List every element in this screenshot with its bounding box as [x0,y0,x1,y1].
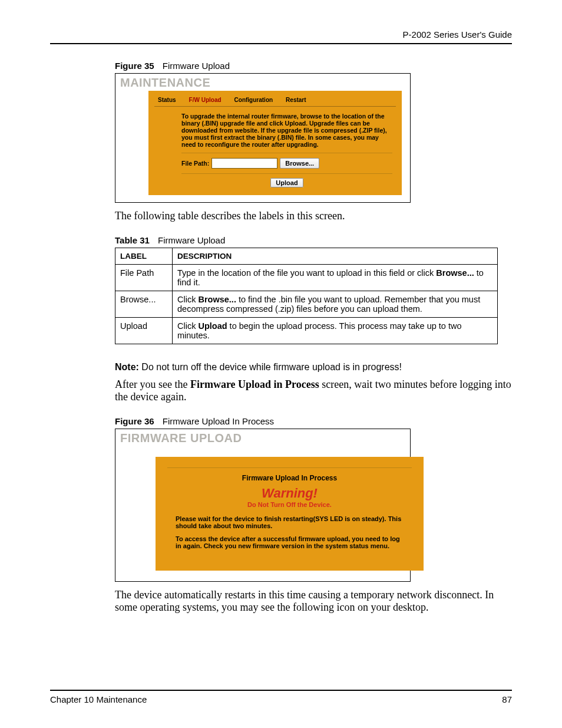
cell-label: Upload [115,318,173,344]
desc-pre: Click [177,321,198,331]
main-content: Figure 35 Firmware Upload MAINTENANCE St… [115,61,512,614]
footer-chapter: Chapter 10 Maintenance [50,694,147,704]
upgrade-instruction-text: To upgrade the internal router firmware,… [181,113,392,148]
table-header-row: LABEL DESCRIPTION [115,248,498,265]
cell-label: File Path [115,265,173,291]
figure36-caption: Figure 36 Firmware Upload In Process [115,416,512,426]
file-path-row: File Path: Browse... [181,158,392,169]
figure35-caption: Figure 35 Firmware Upload [115,61,512,71]
warning-text: Warning! [167,486,412,501]
tab-status[interactable]: Status [152,94,183,106]
desc-bold: Browse... [436,268,474,278]
table31: LABEL DESCRIPTION File Path Type in the … [115,248,498,344]
desc-pre: Type in the location of the file you wan… [177,268,436,278]
desc-bold: Upload [198,321,227,331]
header-guide-title: P-2002 Series User's Guide [50,29,512,43]
figure35-screenshot: MAINTENANCE Status F/W Upload Configurat… [115,73,411,203]
last-paragraph: The device automatically restarts in thi… [115,589,512,614]
maintenance-panel: Status F/W Upload Configuration Restart … [148,91,402,195]
note-label: Note: [115,362,139,372]
after-bold: Firmware Upload in Process [190,378,319,390]
after-pre: After you see the [115,378,190,390]
footer-page-number: 87 [502,694,512,704]
table31-caption: Table 31 Firmware Upload [115,235,512,245]
do-not-turn-off-text: Do Not Turn Off the Device. [167,501,412,508]
figure36-screenshot: FIRMWARE UPLOAD Firmware Upload In Proce… [115,429,411,582]
table-row: File Path Type in the location of the fi… [115,265,498,291]
table31-title: Firmware Upload [158,235,225,245]
tab-fw-upload[interactable]: F/W Upload [183,94,229,106]
warning-para1: Please wait for the device to finish res… [176,515,404,529]
th-label: LABEL [115,248,173,265]
footer-rule [50,690,512,691]
table-row: Browse... Click Browse... to find the .b… [115,291,498,318]
tab-bar: Status F/W Upload Configuration Restart [148,91,402,106]
cell-desc: Click Browse... to find the .bin file yo… [173,291,498,318]
after-note-paragraph: After you see the Firmware Upload in Pro… [115,378,512,403]
warning-para2: To access the device after a successful … [176,535,404,549]
tab-configuration[interactable]: Configuration [229,94,280,106]
file-path-label: File Path: [181,160,209,167]
tab-restart[interactable]: Restart [280,94,313,106]
footer: Chapter 10 Maintenance 87 [50,690,512,704]
cell-desc: Click Upload to begin the upload process… [173,318,498,344]
table-row: Upload Click Upload to begin the upload … [115,318,498,344]
cell-label: Browse... [115,291,173,318]
browse-button[interactable]: Browse... [280,158,319,169]
cell-desc: Type in the location of the file you wan… [173,265,498,291]
th-description: DESCRIPTION [173,248,498,265]
maintenance-heading: MAINTENANCE [120,76,405,90]
warning-panel: Firmware Upload In Process Warning! Do N… [156,457,424,571]
table31-num: Table 31 [115,235,150,245]
figure35-title: Firmware Upload [163,61,230,71]
header-rule [50,43,512,44]
note-line: Note: Do not turn off the device while f… [115,362,512,373]
upload-in-process-heading: Firmware Upload In Process [167,474,412,482]
intro-sentence: The following table describes the labels… [115,210,512,222]
upload-button[interactable]: Upload [270,178,303,187]
file-path-input[interactable] [211,158,277,169]
desc-pre: Click [177,295,198,304]
desc-bold: Browse... [198,295,236,304]
firmware-upload-heading: FIRMWARE UPLOAD [120,431,405,445]
figure35-num: Figure 35 [115,61,154,71]
note-text: Do not turn off the device while firmwar… [139,362,402,372]
figure36-num: Figure 36 [115,416,154,426]
figure36-title: Firmware Upload In Process [163,416,274,426]
